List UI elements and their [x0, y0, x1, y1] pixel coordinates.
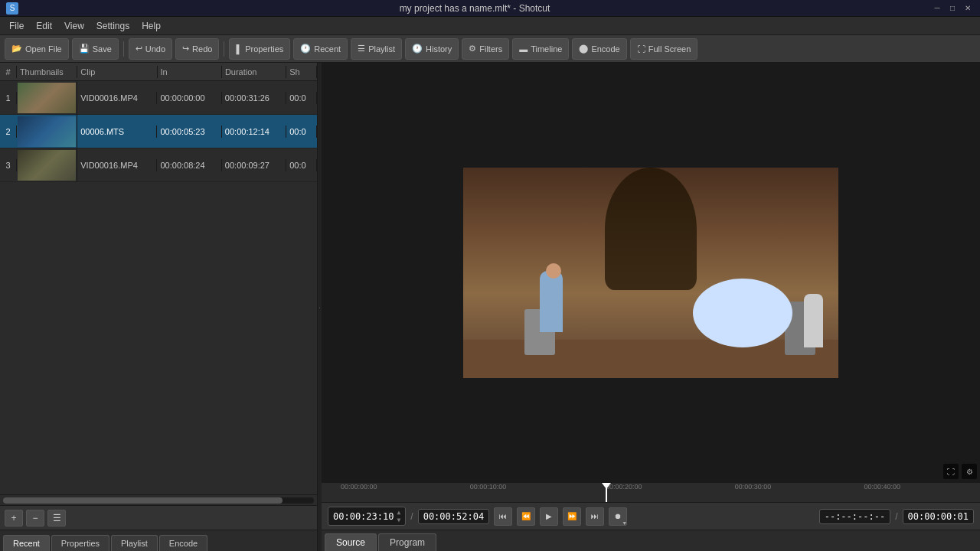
main-content: # Thumbnails Clip In Duration Sh 1 VID00…	[0, 63, 980, 551]
table-row[interactable]: 2 00006.MTS 00:00:05:23 00:00:12:14 00:0	[0, 115, 317, 148]
loop-button[interactable]: ⏺ ▼	[609, 507, 627, 526]
open-file-button[interactable]: 📂 Open File	[5, 38, 69, 60]
in-out-divider: /	[895, 511, 897, 522]
video-frame	[463, 168, 838, 378]
row-num: 1	[0, 92, 17, 104]
ruler-mark-3: 00:00:30:00	[735, 483, 772, 491]
close-button[interactable]: ✕	[962, 2, 974, 15]
history-button[interactable]: 🕐 History	[405, 38, 459, 60]
row-in-3: 00:00:08:24	[157, 159, 221, 171]
menu-file[interactable]: File	[3, 19, 30, 33]
col-thumbnails: Thumbnails	[17, 66, 77, 78]
scene-table	[693, 279, 792, 347]
row-clip-2: 00006.MTS	[77, 126, 157, 138]
timeline-icon: ▬	[519, 44, 528, 54]
ruler-mark-0: 00:00:00:00	[341, 483, 377, 491]
playlist-icon: ☰	[358, 44, 365, 54]
recent-icon: 🕐	[300, 44, 311, 54]
zoom-icon[interactable]: ⛶	[943, 464, 959, 479]
menu-edit[interactable]: Edit	[30, 19, 58, 33]
skip-to-start-button[interactable]: ⏮	[494, 507, 512, 526]
row-sh-1: 00:0	[286, 92, 317, 104]
row-clip-1: VID00016.MP4	[77, 92, 157, 104]
open-icon: 📂	[11, 44, 22, 54]
row-in-2: 00:00:05:23	[157, 126, 221, 138]
scene-right-person	[804, 294, 823, 347]
encode-button[interactable]: ⬤ Encode	[572, 38, 626, 60]
row-sh-3: 00:0	[286, 159, 317, 171]
redo-button[interactable]: ↪ Redo	[175, 38, 219, 60]
col-num: #	[0, 66, 17, 78]
current-time: 00:00:23:10	[333, 511, 394, 522]
col-duration: Duration	[222, 66, 286, 78]
time-spin-up[interactable]: ▲ ▼	[397, 509, 400, 523]
time-divider: /	[410, 511, 413, 522]
add-button[interactable]: +	[5, 510, 23, 527]
menu-view[interactable]: View	[58, 19, 90, 33]
preview-timeline-ruler[interactable]: 00:00:00:00 00:00:10:00 00:00:20:00 00:0…	[322, 482, 980, 502]
thumbnail-image-3	[18, 150, 76, 181]
playlist-scroll-thumb[interactable]	[3, 497, 283, 504]
window-controls[interactable]: ─ □ ✕	[931, 2, 974, 15]
tab-properties[interactable]: Properties	[51, 535, 109, 551]
toolbar-sep-1	[123, 41, 124, 57]
remove-button[interactable]: −	[26, 510, 44, 527]
playlist-hscrollbar[interactable]	[0, 494, 317, 505]
step-back-button[interactable]: ⏪	[517, 507, 535, 526]
playlist-tabs: Recent Properties Playlist Encode	[0, 530, 317, 551]
settings-icon[interactable]: ⚙	[962, 464, 977, 479]
table-row[interactable]: 1 VID00016.MP4 00:00:00:00 00:00:31:26 0…	[0, 81, 317, 115]
timeline-button[interactable]: ▬ Timeline	[512, 38, 569, 60]
fullscreen-icon: ⛶	[637, 44, 645, 54]
row-duration-2: 00:00:12:14	[222, 126, 286, 138]
row-num: 2	[0, 126, 17, 138]
redo-icon: ↪	[182, 44, 189, 54]
out-point: 00:00:00:01	[908, 511, 969, 522]
ruler-marks: 00:00:00:00 00:00:10:00 00:00:20:00 00:0…	[328, 483, 974, 502]
step-forward-button[interactable]: ⏩	[563, 507, 581, 526]
total-time: 00:00:52:04	[423, 511, 484, 522]
fullscreen-button[interactable]: ⛶ Full Screen	[630, 38, 698, 60]
row-thumbnail-2	[17, 115, 77, 148]
right-panel: ⛶ ⚙ 00:00:00:00 00:00:10:00 00:00:20:00 …	[322, 63, 980, 551]
titlebar: S my project has a name.mlt* - Shotcut ─…	[0, 0, 980, 17]
playlist-scroll-track[interactable]	[3, 497, 314, 504]
menu-help[interactable]: Help	[136, 19, 167, 33]
tab-playlist[interactable]: Playlist	[111, 535, 158, 551]
properties-button[interactable]: ▌ Properties	[229, 38, 290, 60]
minimize-button[interactable]: ─	[931, 2, 943, 15]
current-time-display[interactable]: 00:00:23:10 ▲ ▼	[328, 507, 406, 526]
scene-tree	[605, 168, 697, 290]
col-in: In	[158, 66, 222, 78]
in-point: --:--:--:--	[825, 511, 885, 522]
app-icon: S	[6, 2, 18, 15]
ruler-mark-1: 00:00:10:00	[470, 483, 507, 491]
menu-settings[interactable]: Settings	[90, 19, 136, 33]
filters-icon: ⚙	[469, 44, 476, 54]
skip-to-end-button[interactable]: ⏭	[586, 507, 604, 526]
loop-dropdown: ▼	[622, 520, 627, 526]
recent-button[interactable]: 🕐 Recent	[293, 38, 348, 60]
playlist-content: 1 VID00016.MP4 00:00:00:00 00:00:31:26 0…	[0, 81, 317, 494]
scene-person	[540, 271, 563, 332]
menu-button[interactable]: ☰	[47, 510, 66, 527]
video-preview[interactable]: ⛶ ⚙	[322, 63, 980, 482]
history-icon: 🕐	[412, 44, 423, 54]
row-duration-1: 00:00:31:26	[222, 92, 286, 104]
table-row[interactable]: 3 VID00016.MP4 00:00:08:24 00:00:09:27 0…	[0, 148, 317, 182]
save-button[interactable]: 💾 Save	[72, 38, 119, 60]
row-thumbnail-3	[17, 148, 77, 182]
tab-program[interactable]: Program	[378, 533, 436, 551]
tab-source[interactable]: Source	[325, 533, 377, 551]
row-duration-3: 00:00:09:27	[222, 159, 286, 171]
transport-bar: 00:00:23:10 ▲ ▼ / 00:00:52:04 ⏮ ⏪ ▶ ⏩ ⏭ …	[322, 502, 980, 530]
tab-encode[interactable]: Encode	[159, 535, 207, 551]
playlist-button[interactable]: ☰ Playlist	[351, 38, 402, 60]
maximize-button[interactable]: □	[946, 2, 959, 15]
filters-button[interactable]: ⚙ Filters	[462, 38, 509, 60]
main-toolbar: 📂 Open File 💾 Save ↩ Undo ↪ Redo ▌ Prope…	[0, 35, 980, 63]
tab-recent[interactable]: Recent	[3, 535, 50, 551]
thumbnail-image-1	[18, 83, 76, 113]
undo-button[interactable]: ↩ Undo	[129, 38, 172, 60]
play-button[interactable]: ▶	[540, 507, 558, 526]
